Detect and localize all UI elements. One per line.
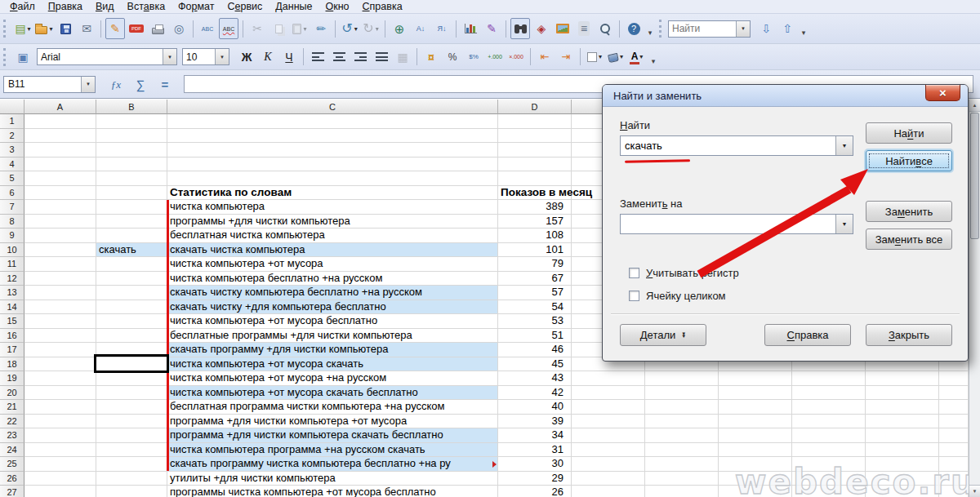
email-icon[interactable]: ✉ (77, 18, 96, 39)
cell-A4[interactable] (24, 158, 96, 172)
cell-D22[interactable]: 39 (498, 415, 572, 429)
font-color-icon[interactable]: A (627, 47, 647, 68)
cell-A19[interactable] (24, 371, 96, 386)
currency-format-icon[interactable]: ¤ (421, 47, 441, 68)
replace-button[interactable]: Заменить (866, 201, 952, 222)
row-header-14[interactable]: 14 (0, 300, 24, 315)
navigator-icon[interactable]: ◈ (532, 18, 551, 39)
cell-D21[interactable]: 40 (498, 400, 572, 415)
column-header-D[interactable]: D (498, 100, 572, 114)
row-header-8[interactable]: 8 (0, 215, 24, 229)
name-box[interactable]: B11 (3, 76, 96, 93)
find-all-button[interactable]: Найти все (866, 150, 952, 171)
font-size-combobox[interactable] (182, 48, 229, 65)
row-header-12[interactable]: 12 (0, 272, 24, 286)
cell-B4[interactable] (96, 158, 167, 172)
chart-icon[interactable] (461, 18, 480, 39)
cell-B9[interactable] (96, 229, 167, 243)
replace-dropdown-icon[interactable] (835, 215, 853, 233)
cell-D8[interactable]: 157 (498, 215, 572, 229)
cell-A15[interactable] (24, 314, 96, 329)
cell-B14[interactable] (96, 300, 167, 315)
scrollbar-thumb[interactable] (970, 113, 979, 239)
cell-A10[interactable] (24, 243, 96, 258)
find-previous-icon[interactable]: ⇧ (777, 18, 797, 39)
find-next-icon[interactable]: ⇩ (756, 18, 776, 39)
cell-A6[interactable] (24, 186, 96, 201)
row-header-19[interactable]: 19 (0, 371, 24, 386)
cell-filler-23[interactable] (572, 428, 969, 443)
cell-A9[interactable] (24, 229, 96, 243)
row-header-4[interactable]: 4 (0, 158, 24, 172)
delete-decimal-icon[interactable]: ×.000 (506, 47, 526, 68)
row-header-20[interactable]: 20 (0, 386, 24, 401)
add-decimal-icon[interactable]: +.000 (485, 47, 505, 68)
cell-A17[interactable] (24, 343, 96, 357)
zoom-icon[interactable] (595, 18, 615, 39)
cell-A5[interactable] (24, 171, 96, 186)
cell-C8[interactable]: программы +для чистки компьютера (167, 215, 498, 229)
quick-find-input[interactable] (669, 23, 736, 34)
cell-D26[interactable]: 29 (498, 472, 572, 486)
scroll-down-icon[interactable] (969, 485, 980, 497)
row-header-27[interactable]: 27 (0, 486, 24, 497)
align-justify-icon[interactable] (372, 47, 391, 68)
row-header-2[interactable]: 2 (0, 129, 24, 144)
find-dropdown-icon[interactable] (835, 136, 853, 155)
borders-icon[interactable] (585, 47, 604, 68)
quick-find-dropdown-icon[interactable] (736, 21, 750, 37)
redo-icon[interactable]: ↻ (361, 18, 381, 39)
cell-D9[interactable]: 108 (498, 229, 572, 243)
row-header-13[interactable]: 13 (0, 286, 24, 300)
percent-format-icon[interactable]: % (443, 47, 462, 68)
details-button[interactable]: Детали (620, 324, 706, 346)
find-combobox-value[interactable]: скачать (621, 140, 835, 152)
replace-all-button[interactable]: Заменить все (866, 229, 952, 250)
cell-C26[interactable]: утилиты +для чистки компьютера (167, 472, 498, 486)
cell-D11[interactable]: 79 (498, 257, 572, 272)
column-header-C[interactable]: C (167, 100, 498, 114)
cell-B15[interactable] (96, 314, 167, 329)
cell-A22[interactable] (24, 415, 96, 429)
cell-A25[interactable] (24, 457, 96, 472)
cell-C9[interactable]: бесплатная чистка компьютера (167, 229, 498, 243)
cell-A18[interactable] (24, 357, 96, 372)
print-preview-icon[interactable]: ◎ (169, 18, 189, 39)
cell-D12[interactable]: 67 (498, 272, 572, 286)
save-icon[interactable] (56, 18, 75, 39)
cell-D7[interactable]: 389 (498, 200, 572, 215)
cell-C24[interactable]: чистка компьютера программа +на русском … (167, 443, 498, 458)
cell-C16[interactable]: бесплатные программы +для чистки компьют… (167, 329, 498, 344)
row-header-22[interactable]: 22 (0, 415, 24, 429)
undo-icon[interactable]: ↺ (340, 18, 359, 39)
cell-B25[interactable] (96, 457, 167, 472)
cell-reference[interactable]: B11 (4, 78, 81, 90)
cell-C27[interactable]: программы чистка компьютера +от мусора б… (167, 486, 498, 497)
export-pdf-icon[interactable]: PDF (127, 18, 146, 39)
cell-C11[interactable]: чистка компьютера +от мусора (167, 257, 498, 272)
cell-A27[interactable] (24, 486, 96, 497)
row-header-25[interactable]: 25 (0, 457, 24, 472)
equals-icon[interactable]: = (155, 73, 175, 95)
row-header-21[interactable]: 21 (0, 400, 24, 415)
whole-cell-checkbox-box[interactable] (629, 291, 639, 301)
bold-icon[interactable]: Ж (237, 47, 256, 68)
close-button[interactable]: Закрыть (866, 324, 952, 346)
cell-A16[interactable] (24, 329, 96, 344)
cell-filler-22[interactable] (572, 415, 969, 429)
cell-D24[interactable]: 31 (498, 443, 572, 458)
copy-icon[interactable] (269, 18, 288, 39)
cell-D5[interactable] (498, 171, 572, 186)
cell-B5[interactable] (96, 171, 167, 186)
cell-B22[interactable] (96, 415, 167, 429)
cell-B2[interactable] (96, 129, 167, 144)
cell-B20[interactable] (96, 386, 167, 401)
cell-D3[interactable] (498, 143, 572, 158)
cell-filler-20[interactable] (572, 386, 969, 401)
cell-A7[interactable] (24, 200, 96, 215)
cell-D4[interactable] (498, 158, 572, 172)
cell-C10[interactable]: скачать чистка компьютера (167, 243, 498, 258)
draw-functions-icon[interactable]: ✎ (482, 18, 501, 39)
cell-D10[interactable]: 101 (498, 243, 572, 258)
whole-cell-checkbox[interactable]: Ячейку целиком (629, 290, 726, 302)
